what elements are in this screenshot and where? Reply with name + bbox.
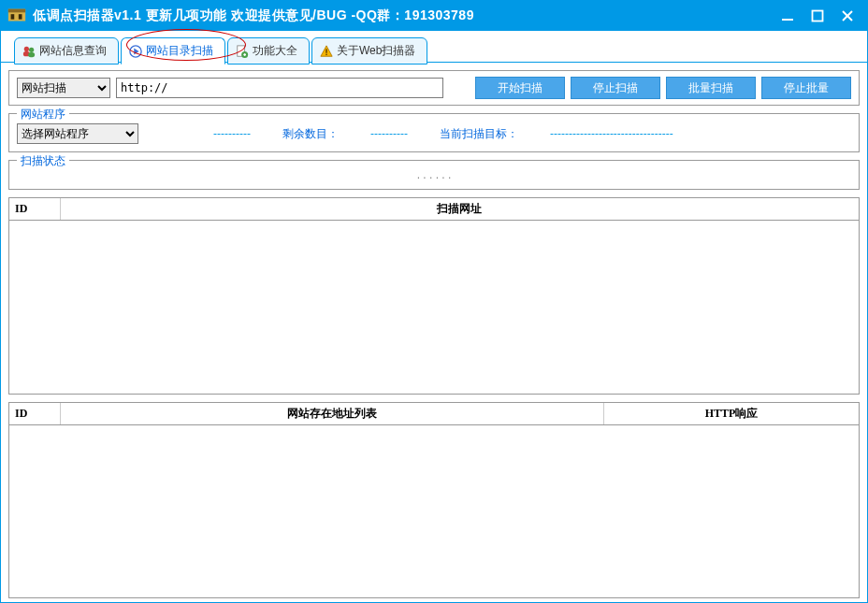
warning-icon — [320, 45, 333, 58]
window-controls — [779, 7, 861, 24]
group-legend: 网站程序 — [17, 107, 69, 122]
col-header-id[interactable]: ID — [9, 403, 60, 425]
tab-label: 关于Web扫描器 — [337, 43, 415, 59]
maximize-button[interactable] — [809, 7, 826, 24]
start-scan-button[interactable]: 开始扫描 — [475, 77, 565, 99]
tab-tools[interactable]: 功能大全 — [227, 37, 310, 65]
batch-scan-button[interactable]: 批量扫描 — [666, 77, 756, 99]
scan-url-table-body[interactable] — [9, 221, 859, 394]
tab-site-info[interactable]: 网站信息查询 — [14, 37, 119, 65]
tab-label: 网站信息查询 — [39, 43, 107, 59]
svg-rect-11 — [28, 51, 35, 56]
app-logo-icon — [7, 6, 27, 26]
tab-about[interactable]: 关于Web扫描器 — [311, 37, 427, 65]
page-plus-icon — [236, 45, 249, 58]
svg-rect-1 — [8, 9, 25, 13]
remaining-count-value: ---------- — [370, 127, 408, 140]
svg-rect-20 — [326, 53, 326, 54]
tab-content: 网站扫描 开始扫描 停止扫描 批量扫描 停止批量 网站程序 选择网站程序 ---… — [1, 63, 867, 602]
svg-point-8 — [24, 46, 29, 50]
scan-type-select[interactable]: 网站扫描 — [17, 78, 110, 98]
svg-marker-13 — [134, 48, 138, 54]
stop-batch-button[interactable]: 停止批量 — [761, 77, 851, 99]
svg-point-9 — [29, 47, 34, 51]
titlebar: 低调点扫描器v1.1 更新几项功能 欢迎提供意见/BUG -QQ群：191303… — [1, 1, 867, 31]
url-input[interactable] — [116, 78, 443, 98]
svg-rect-2 — [11, 14, 15, 20]
current-target-label: 当前扫描目标： — [440, 126, 518, 142]
svg-rect-5 — [813, 11, 823, 22]
tab-dir-scan[interactable]: 网站目录扫描 — [121, 37, 225, 65]
scan-url-table: ID 扫描网址 — [8, 197, 860, 395]
svg-rect-17 — [244, 53, 245, 56]
scan-status-body: . . . . . . — [17, 163, 851, 181]
current-target-value: --------------------------------- — [550, 127, 673, 140]
col-header-addr[interactable]: 网站存在地址列表 — [60, 403, 603, 425]
remaining-count-label: 剩余数目： — [282, 126, 339, 142]
website-program-select[interactable]: 选择网站程序 — [17, 123, 138, 144]
close-button[interactable] — [839, 7, 856, 24]
app-window: 低调点扫描器v1.1 更新几项功能 欢迎提供意见/BUG -QQ群：191303… — [0, 0, 868, 603]
website-program-group: 网站程序 选择网站程序 ---------- 剩余数目： ---------- … — [8, 113, 860, 152]
window-title: 低调点扫描器v1.1 更新几项功能 欢迎提供意见/BUG -QQ群：191303… — [33, 7, 779, 24]
play-circle-icon — [129, 45, 142, 58]
people-icon — [22, 45, 36, 58]
col-header-http[interactable]: HTTP响应 — [604, 403, 859, 425]
svg-rect-4 — [782, 19, 793, 21]
tab-label: 网站目录扫描 — [146, 43, 213, 59]
svg-rect-19 — [326, 49, 326, 52]
svg-rect-3 — [19, 14, 22, 20]
minimize-button[interactable] — [779, 7, 796, 24]
stop-scan-button[interactable]: 停止扫描 — [571, 77, 660, 99]
col-header-url[interactable]: 扫描网址 — [60, 198, 859, 221]
tabstrip: 网站信息查询 网站目录扫描 功能大全 关于Web扫描器 — [1, 31, 867, 63]
placeholder-dashes: ---------- — [213, 127, 251, 140]
tab-label: 功能大全 — [253, 43, 297, 59]
address-list-table-body[interactable] — [9, 425, 859, 598]
group-legend: 扫描状态 — [17, 153, 69, 169]
col-header-id[interactable]: ID — [9, 198, 60, 221]
scan-control-panel: 网站扫描 开始扫描 停止扫描 批量扫描 停止批量 — [8, 70, 860, 106]
scan-status-group: 扫描状态 . . . . . . — [8, 160, 860, 190]
address-list-table: ID 网站存在地址列表 HTTP响应 — [8, 402, 860, 599]
